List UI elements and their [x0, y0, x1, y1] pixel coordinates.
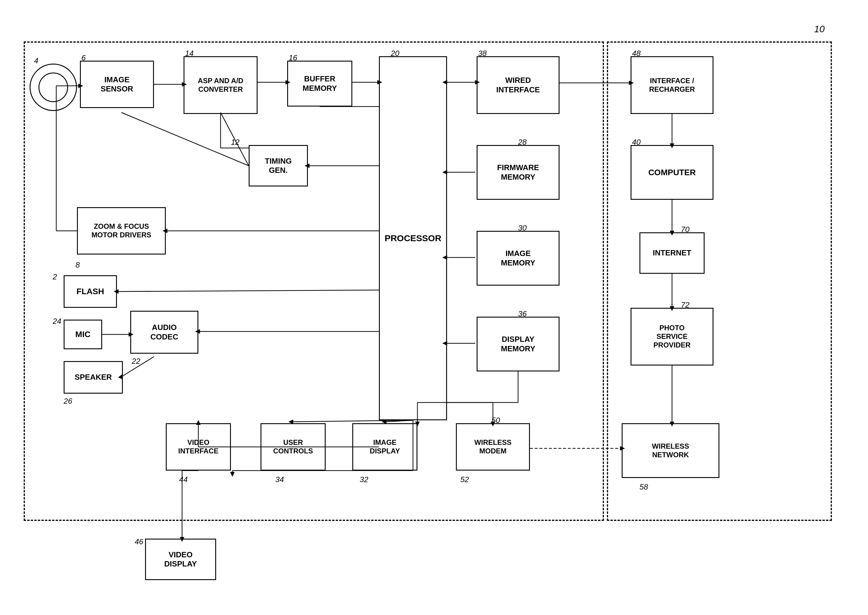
- buffer-memory-block: BUFFERMEMORY: [287, 61, 352, 106]
- firmware-memory-block: FIRMWAREMEMORY: [477, 145, 559, 200]
- interface-recharger-block: INTERFACE /RECHARGER: [631, 56, 713, 114]
- ref-46: 46: [135, 537, 143, 546]
- ref-72: 72: [681, 300, 690, 309]
- display-memory-block: DISPLAYMEMORY: [477, 317, 559, 371]
- ref-10: 10: [814, 24, 825, 34]
- timing-gen-block: TIMINGGEN.: [249, 145, 308, 186]
- ref-12: 12: [231, 137, 239, 147]
- ref-70: 70: [681, 225, 690, 234]
- wired-interface-block: WIREDINTERFACE: [477, 56, 559, 114]
- ref-58: 58: [640, 482, 648, 492]
- lens-inner: [39, 72, 68, 102]
- zoom-focus-block: ZOOM & FOCUSMOTOR DRIVERS: [77, 207, 166, 254]
- ref-8: 8: [75, 261, 80, 270]
- ref-38: 38: [478, 49, 487, 58]
- wireless-modem-block: WIRELESSMODEM: [456, 423, 530, 471]
- ref-20: 20: [391, 49, 400, 58]
- diagram-container: 10 4 IMAGESENSOR 6 ASP AND A/DCONVERTER …: [18, 18, 850, 595]
- ref-44: 44: [179, 475, 188, 484]
- image-display-block: IMAGEDISPLAY: [352, 423, 417, 471]
- ref-30: 30: [518, 223, 527, 233]
- ref-50: 50: [492, 416, 500, 425]
- ref-16: 16: [289, 53, 297, 62]
- photo-service-block: PHOTOSERVICEPROVIDER: [631, 308, 713, 365]
- ref-28: 28: [518, 137, 527, 147]
- flash-block: FLASH: [64, 275, 117, 308]
- wireless-network-block: WIRELESSNETWORK: [622, 423, 720, 478]
- user-controls-block: USERCONTROLS: [261, 423, 326, 471]
- video-interface-block: VIDEOINTERFACE: [166, 423, 231, 471]
- ref-6: 6: [81, 53, 86, 62]
- image-sensor-block: IMAGESENSOR: [80, 61, 154, 108]
- ref-2: 2: [53, 272, 57, 281]
- image-memory-block: IMAGEMEMORY: [477, 231, 559, 286]
- internet-block: INTERNET: [640, 232, 704, 274]
- ref-24: 24: [53, 317, 61, 326]
- audio-codec-block: AUDIOCODEC: [130, 311, 198, 354]
- speaker-block: SPEAKER: [64, 361, 123, 393]
- ref-14: 14: [185, 49, 194, 58]
- mic-block: MIC: [64, 320, 102, 349]
- ref-32: 32: [360, 475, 368, 484]
- ref-34: 34: [275, 475, 284, 484]
- ref-52: 52: [461, 475, 469, 484]
- computer-block: COMPUTER: [631, 145, 713, 200]
- ref-26: 26: [64, 396, 72, 406]
- ref-40: 40: [632, 137, 641, 147]
- ref-48: 48: [632, 49, 641, 58]
- ref-4: 4: [34, 56, 38, 66]
- processor-block: PROCESSOR: [379, 56, 447, 420]
- asp-adc-block: ASP AND A/DCONVERTER: [184, 56, 258, 114]
- ref-36: 36: [518, 309, 527, 318]
- ref-22: 22: [132, 357, 141, 366]
- video-display-block: VIDEODISPLAY: [145, 539, 216, 580]
